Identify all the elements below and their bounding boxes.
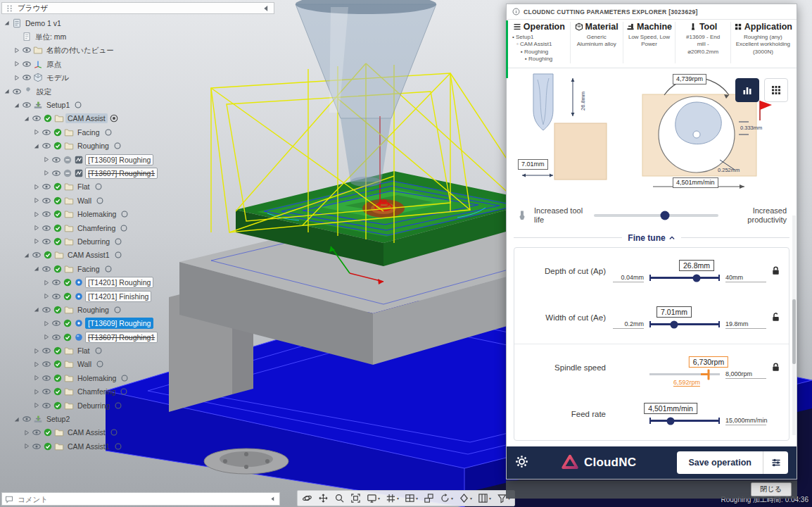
- check-green-icon[interactable]: [53, 237, 63, 246]
- expand-arrow-icon[interactable]: [42, 169, 50, 177]
- check-minus-icon[interactable]: [63, 168, 72, 178]
- spindle-slider-handle[interactable]: [708, 369, 710, 380]
- width-max-value[interactable]: 19.8mm: [725, 320, 766, 329]
- eye-icon[interactable]: [22, 414, 32, 424]
- tree-item[interactable]: CAM Assist1: [1, 249, 274, 262]
- expand-arrow-icon[interactable]: [32, 183, 40, 191]
- tree-item[interactable]: Facing: [1, 262, 274, 275]
- tree-item[interactable]: Demo 1 v1: [1, 16, 274, 30]
- eye-icon[interactable]: [51, 277, 61, 287]
- refresh-button[interactable]: ▾: [437, 492, 456, 505]
- tree-item-label[interactable]: Chamfering: [75, 387, 118, 396]
- eye-icon[interactable]: [22, 100, 32, 110]
- tab-application[interactable]: ApplicationRoughing (any)Excellent workh…: [730, 22, 795, 63]
- orbit-button[interactable]: [299, 492, 315, 505]
- close-button[interactable]: 閉じる: [751, 482, 792, 496]
- check-green-icon[interactable]: [53, 305, 63, 315]
- tree-item-label[interactable]: 名前の付いたビュー: [44, 45, 116, 55]
- eye-icon[interactable]: [42, 401, 51, 411]
- collapse-arrow-icon[interactable]: [3, 19, 11, 27]
- check-green-icon[interactable]: [53, 127, 63, 137]
- width-of-cut-slider[interactable]: 0.2mm 7.01mm 19.8mm: [613, 301, 766, 334]
- eye-icon[interactable]: [42, 223, 51, 233]
- check-green-icon[interactable]: [53, 264, 63, 274]
- check-green-icon[interactable]: [43, 250, 53, 260]
- eye-icon[interactable]: [42, 373, 51, 383]
- width-value-input[interactable]: 7.01mm: [656, 306, 692, 318]
- depth-of-cut-slider[interactable]: 0.04mm 26.8mm 40mm: [613, 255, 766, 287]
- chart-view-button[interactable]: [735, 78, 759, 102]
- tree-item[interactable]: 設定: [1, 84, 274, 98]
- depth-value-input[interactable]: 26.8mm: [679, 260, 714, 271]
- tree-item[interactable]: [T13609] Roughing: [1, 317, 274, 330]
- tree-item[interactable]: [T14201] Finishing: [1, 289, 274, 303]
- tree-item[interactable]: Setup1: [1, 98, 274, 111]
- eye-icon[interactable]: [42, 209, 51, 219]
- expand-arrow-icon[interactable]: [32, 401, 40, 409]
- tree-item-label[interactable]: Holemaking: [75, 209, 118, 219]
- collapse-arrow-icon[interactable]: [13, 101, 20, 109]
- steps-button[interactable]: [421, 492, 437, 505]
- tree-item-label[interactable]: Chamfering: [75, 223, 118, 233]
- tree-item-label[interactable]: [T13607] Roughing1: [85, 168, 158, 179]
- expand-arrow-icon[interactable]: [23, 429, 30, 437]
- tree-item-label[interactable]: Setup2: [44, 414, 72, 424]
- tree-item[interactable]: CAM Assist: [1, 426, 274, 439]
- tree-item-label[interactable]: [T13609] Roughing: [85, 318, 153, 329]
- check-green-icon[interactable]: [53, 182, 63, 192]
- tree-item[interactable]: CAM Assist1: [1, 439, 274, 453]
- tree-item-label[interactable]: [T14201] Roughing: [85, 277, 153, 288]
- tree-item[interactable]: Roughing: [1, 303, 274, 316]
- eye-icon[interactable]: [42, 346, 51, 356]
- check-green-icon[interactable]: [53, 141, 63, 151]
- panel-scrollbar[interactable]: [792, 215, 796, 435]
- tree-item-label[interactable]: Flat: [75, 346, 92, 356]
- tree-item[interactable]: Chamfering: [1, 221, 274, 234]
- tree-item-label[interactable]: Facing: [75, 264, 102, 274]
- tree-item-label[interactable]: 単位: mm: [33, 32, 68, 42]
- tree-item-label[interactable]: モデル: [44, 73, 71, 82]
- tree-item[interactable]: 原点: [1, 57, 274, 70]
- tree-item[interactable]: Wall: [1, 194, 274, 207]
- tree-item[interactable]: [T13607] Roughing1: [1, 166, 274, 180]
- grid-settings-button[interactable]: ▾: [383, 492, 402, 505]
- pan-button[interactable]: [315, 492, 331, 505]
- tree-item-label[interactable]: Setup1: [44, 100, 72, 110]
- check-minus-icon[interactable]: [63, 155, 72, 165]
- expand-arrow-icon[interactable]: [42, 333, 50, 341]
- tree-item[interactable]: [T13607] Roughing1: [1, 330, 274, 344]
- tree-item-label[interactable]: 原点: [44, 59, 63, 69]
- eye-icon[interactable]: [42, 305, 51, 315]
- expand-arrow-icon[interactable]: [42, 320, 50, 327]
- eye-icon[interactable]: [42, 182, 51, 192]
- eye-icon[interactable]: [42, 264, 51, 274]
- check-green-icon[interactable]: [43, 113, 53, 123]
- display-settings-button[interactable]: ▾: [364, 492, 383, 505]
- tree-item-label[interactable]: Wall: [75, 359, 94, 369]
- tree-item[interactable]: 名前の付いたビュー: [1, 44, 274, 57]
- lock-closed-icon[interactable]: [770, 362, 781, 373]
- tree-item[interactable]: モデル: [1, 71, 274, 84]
- expand-arrow-icon[interactable]: [13, 46, 20, 54]
- tree-item[interactable]: CAM Assist: [1, 112, 274, 125]
- tree-item[interactable]: Wall: [1, 358, 274, 371]
- lock-open-icon[interactable]: [770, 312, 781, 323]
- eye-icon[interactable]: [42, 196, 51, 206]
- tree-item-label[interactable]: [T14201] Finishing: [85, 291, 151, 302]
- tree-item-label[interactable]: Roughing: [75, 305, 111, 315]
- expand-arrow-icon[interactable]: [42, 292, 50, 300]
- expand-arrow-icon[interactable]: [32, 388, 40, 396]
- tree-item-label[interactable]: Demo 1 v1: [23, 18, 63, 28]
- balance-slider[interactable]: [594, 214, 718, 217]
- eye-icon[interactable]: [32, 113, 42, 123]
- tree-item-label[interactable]: CAM Assist1: [65, 250, 112, 260]
- collapse-arrow-icon[interactable]: [13, 415, 20, 423]
- width-min-value[interactable]: 0.2mm: [613, 320, 644, 329]
- browser-header[interactable]: ブラウザ: [1, 2, 274, 14]
- spindle-max-value[interactable]: 8,000rpm: [725, 370, 766, 379]
- expand-arrow-icon[interactable]: [32, 196, 40, 204]
- check-green-icon[interactable]: [43, 442, 53, 451]
- eye-icon[interactable]: [32, 427, 42, 437]
- expand-arrow-icon[interactable]: [23, 442, 30, 450]
- eye-icon[interactable]: [51, 332, 61, 342]
